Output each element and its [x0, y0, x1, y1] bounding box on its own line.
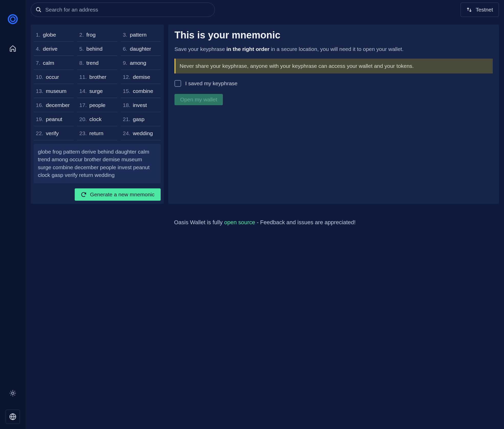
network-label: Testnet — [476, 7, 493, 13]
word-cell: 18.invest — [121, 98, 161, 112]
info-title: This is your mnemonic — [174, 30, 493, 41]
word-cell: 23.return — [77, 126, 117, 140]
svg-point-0 — [8, 15, 17, 24]
word-value: behind — [86, 46, 103, 52]
word-value: invest — [133, 102, 147, 108]
saved-checkbox[interactable] — [174, 80, 181, 87]
swap-icon — [466, 7, 472, 13]
word-index: 18. — [123, 102, 130, 108]
word-cell: 20.clock — [77, 112, 117, 126]
word-grid: 1.globe2.frog3.pattern4.derive5.behind6.… — [34, 28, 161, 140]
word-index: 20. — [79, 116, 87, 122]
word-cell: 8.trend — [77, 56, 117, 70]
info-subtitle: Save your keyphrase in the right order i… — [174, 45, 493, 53]
warning-box: Never share your keyphrase, anyone with … — [174, 59, 493, 73]
word-index: 13. — [36, 88, 43, 94]
word-index: 9. — [123, 60, 127, 66]
word-cell: 21.gasp — [121, 112, 161, 126]
word-index: 8. — [79, 60, 84, 66]
word-value: derive — [43, 46, 58, 52]
svg-point-1 — [10, 17, 15, 22]
word-index: 6. — [123, 46, 127, 52]
word-cell: 17.people — [77, 98, 117, 112]
word-value: daughter — [130, 46, 151, 52]
word-cell: 1.globe — [34, 28, 74, 42]
word-cell: 6.daughter — [121, 42, 161, 56]
word-value: trend — [86, 60, 99, 66]
word-value: peanut — [46, 116, 62, 122]
network-button[interactable]: Testnet — [461, 3, 499, 17]
word-index: 11. — [79, 74, 87, 80]
word-value: verify — [46, 130, 59, 136]
saved-checkbox-label: I saved my keyphrase — [185, 80, 237, 87]
word-cell: 15.combine — [121, 84, 161, 98]
word-cell: 14.surge — [77, 84, 117, 98]
word-cell: 24.wedding — [121, 126, 161, 140]
word-value: return — [89, 130, 103, 136]
word-index: 24. — [123, 130, 130, 136]
svg-point-4 — [36, 7, 40, 11]
phrase-box: globe frog pattern derive behind daughte… — [34, 144, 161, 183]
word-cell: 19.peanut — [34, 112, 74, 126]
language-button[interactable] — [6, 410, 20, 424]
word-cell: 2.frog — [77, 28, 117, 42]
word-index: 17. — [79, 102, 87, 108]
word-cell: 5.behind — [77, 42, 117, 56]
word-index: 22. — [36, 130, 43, 136]
word-cell: 12.demise — [121, 70, 161, 84]
generate-mnemonic-button[interactable]: Generate a new mnemonic — [75, 188, 161, 201]
word-value: december — [46, 102, 70, 108]
word-value: wedding — [133, 130, 153, 136]
word-cell: 3.pattern — [121, 28, 161, 42]
word-value: gasp — [133, 116, 145, 122]
search-icon — [36, 7, 42, 13]
search-box[interactable] — [31, 3, 215, 17]
theme-icon[interactable] — [9, 390, 16, 397]
word-value: among — [130, 60, 146, 66]
globe-icon — [9, 413, 16, 420]
word-index: 1. — [36, 32, 40, 38]
word-index: 14. — [79, 88, 87, 94]
info-card: This is your mnemonic Save your keyphras… — [168, 25, 499, 204]
word-index: 19. — [36, 116, 43, 122]
word-index: 21. — [123, 116, 130, 122]
open-source-link[interactable]: open source — [224, 219, 255, 226]
word-value: people — [89, 102, 105, 108]
generate-mnemonic-label: Generate a new mnemonic — [90, 191, 155, 198]
word-cell: 16.december — [34, 98, 74, 112]
word-value: demise — [133, 74, 150, 80]
word-index: 10. — [36, 74, 43, 80]
topbar: Testnet — [26, 0, 504, 19]
word-index: 2. — [79, 32, 84, 38]
saved-checkbox-row[interactable]: I saved my keyphrase — [174, 80, 493, 87]
open-wallet-button[interactable]: Open my wallet — [174, 94, 223, 105]
word-value: museum — [46, 88, 67, 94]
word-index: 4. — [36, 46, 40, 52]
word-value: combine — [133, 88, 153, 94]
home-icon[interactable] — [9, 45, 16, 52]
word-value: surge — [89, 88, 103, 94]
word-index: 16. — [36, 102, 43, 108]
word-value: pattern — [130, 32, 147, 38]
sidebar — [0, 0, 26, 429]
app-logo — [8, 14, 18, 24]
word-index: 7. — [36, 60, 40, 66]
word-cell: 9.among — [121, 56, 161, 70]
search-input[interactable] — [45, 7, 210, 13]
word-cell: 7.calm — [34, 56, 74, 70]
word-cell: 10.occur — [34, 70, 74, 84]
word-index: 12. — [123, 74, 130, 80]
refresh-icon — [81, 192, 86, 197]
word-cell: 4.derive — [34, 42, 74, 56]
word-cell: 22.verify — [34, 126, 74, 140]
word-index: 15. — [123, 88, 130, 94]
svg-point-2 — [12, 392, 14, 394]
mnemonic-card: 1.globe2.frog3.pattern4.derive5.behind6.… — [31, 25, 164, 204]
word-index: 5. — [79, 46, 84, 52]
word-cell: 11.brother — [77, 70, 117, 84]
word-value: brother — [89, 74, 106, 80]
word-value: globe — [43, 32, 56, 38]
word-value: frog — [86, 32, 96, 38]
word-value: clock — [89, 116, 102, 122]
word-index: 23. — [79, 130, 87, 136]
